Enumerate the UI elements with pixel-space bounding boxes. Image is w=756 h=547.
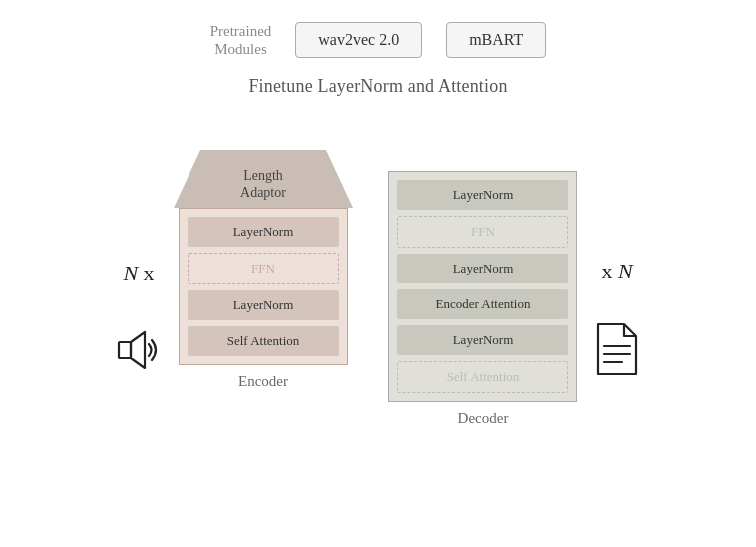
dec-encoder-attention: Encoder Attention [397, 289, 568, 319]
top-row: PretrainedModules wav2vec 2.0 mBART [210, 22, 547, 58]
dec-self-attention: Self Attention [397, 361, 568, 393]
pretrained-label: PretrainedModules [210, 22, 272, 58]
subtitle: Finetune LayerNorm and Attention [248, 76, 507, 97]
left-icons: N x [109, 121, 169, 420]
dec-ffn: FFN [397, 216, 568, 248]
decoder-block: LayerNorm FFN LayerNorm Encoder Attentio… [378, 113, 587, 427]
decoder-n-label: x N [601, 259, 632, 284]
encoder-n-label: N x [123, 261, 154, 286]
decoder-inner: LayerNorm FFN LayerNorm Encoder Attentio… [388, 171, 577, 402]
mbart-module: mBART [446, 22, 546, 58]
length-adaptor-label: LengthAdaptor [240, 168, 286, 202]
speaker-icon [109, 324, 169, 380]
enc-layernorm-top: LayerNorm [188, 217, 339, 247]
dec-layernorm-3: LayerNorm [397, 325, 568, 355]
length-adaptor: LengthAdaptor [174, 150, 353, 208]
encoder-label: Encoder [238, 373, 288, 390]
right-icons: x N [587, 121, 647, 420]
main-container: PretrainedModules wav2vec 2.0 mBART Fine… [0, 0, 756, 547]
dec-layernorm-2: LayerNorm [397, 254, 568, 283]
svg-rect-0 [119, 342, 131, 358]
enc-ffn: FFN [188, 253, 339, 284]
decoder-label: Decoder [458, 410, 509, 427]
encoder-block: LengthAdaptor LayerNorm FFN LayerNorm Se… [169, 150, 358, 390]
dec-layernorm-top: LayerNorm [397, 180, 568, 210]
document-icon [587, 322, 647, 380]
enc-self-attention: Self Attention [188, 326, 339, 356]
diagram-area: N x LengthAdaptor [109, 113, 647, 427]
enc-layernorm-bottom: LayerNorm [188, 290, 339, 320]
encoder-inner: LayerNorm FFN LayerNorm Self Attention [179, 208, 348, 365]
wav2vec-module: wav2vec 2.0 [295, 22, 422, 58]
